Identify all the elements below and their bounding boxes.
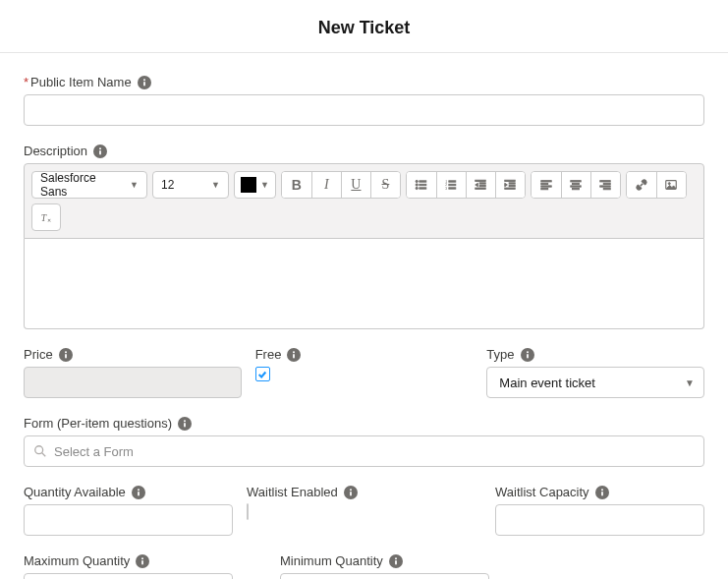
form-body: *Public Item Name Description Salesforce… [0,53,728,579]
maximum-quantity-input[interactable] [24,573,233,579]
svg-rect-30 [571,186,582,187]
field-label: Type [486,347,514,362]
field-label: Form (Per-item questions) [24,416,172,431]
info-icon[interactable] [521,348,534,362]
svg-rect-55 [601,492,603,496]
field-label: Minimum Quantity [280,553,383,568]
field-quantity-available: Quantity Available [24,485,233,536]
font-size-select[interactable]: 12 ▼ [152,171,229,199]
svg-rect-15 [449,188,456,189]
svg-rect-16 [476,180,486,181]
svg-point-48 [35,446,43,454]
svg-rect-20 [505,180,516,181]
svg-rect-24 [541,181,552,182]
strikethrough-button[interactable]: S [370,172,400,198]
align-group [531,171,621,199]
clear-formatting-button[interactable]: T✕ [31,203,61,231]
bullet-list-button[interactable] [407,172,436,198]
underline-button[interactable]: U [341,172,370,198]
chevron-down-icon: ▼ [130,180,139,190]
field-minimum-quantity: Minimum Quantity [280,553,489,579]
info-icon[interactable] [344,486,358,499]
svg-rect-31 [573,189,580,190]
form-lookup-input[interactable] [24,435,704,467]
svg-rect-25 [541,183,548,184]
search-icon [33,444,47,458]
svg-rect-35 [604,189,611,190]
public-item-name-input[interactable] [24,94,704,126]
svg-rect-7 [420,184,426,185]
minimum-quantity-input[interactable] [280,573,489,579]
svg-rect-33 [604,183,611,184]
field-label: Description [24,144,87,158]
svg-point-46 [184,420,186,422]
page-title: New Ticket [0,18,728,38]
type-select[interactable]: Main event ticket ▼ [486,367,704,398]
waitlist-capacity-input[interactable] [495,504,704,536]
rich-text-toolbar: Salesforce Sans ▼ 12 ▼ ▼ B I U S 123 [24,163,704,239]
field-maximum-quantity: Maximum Quantity [24,553,233,579]
svg-rect-19 [476,188,486,189]
font-family-select[interactable]: Salesforce Sans ▼ [31,171,147,199]
info-icon[interactable] [136,554,149,568]
info-icon[interactable] [389,554,403,568]
svg-point-40 [65,351,67,353]
svg-point-37 [669,183,671,185]
svg-rect-11 [449,181,456,182]
row-qty-waitlist: Quantity Available Waitlist Enabled Wait… [24,485,704,536]
info-icon[interactable] [178,417,192,431]
svg-point-4 [416,180,418,182]
color-swatch-icon [241,177,256,193]
svg-rect-23 [505,188,516,189]
info-icon[interactable] [132,486,145,499]
free-checkbox[interactable] [255,367,270,381]
quantity-available-input[interactable] [24,504,233,536]
info-icon[interactable] [595,486,609,499]
text-style-group: B I U S [281,171,401,199]
text-color-picker[interactable]: ▼ [234,171,276,199]
svg-rect-47 [184,423,186,428]
field-waitlist-capacity: Waitlist Capacity [495,485,704,536]
info-icon[interactable] [93,145,107,158]
svg-text:3: 3 [445,186,448,191]
svg-rect-22 [510,185,516,186]
svg-rect-29 [573,183,580,184]
price-input [24,367,242,398]
svg-point-56 [141,557,143,559]
info-icon[interactable] [287,348,301,362]
image-button[interactable] [656,172,686,198]
modal-header: New Ticket [0,0,728,53]
type-value: Main event ticket [499,376,595,390]
bold-button[interactable]: B [282,172,311,198]
italic-button[interactable]: I [311,172,341,198]
field-public-item-name: *Public Item Name [24,75,704,126]
svg-point-0 [143,79,145,81]
align-right-button[interactable] [590,172,620,198]
field-label: Waitlist Capacity [495,485,589,499]
svg-point-2 [99,147,101,149]
font-size-value: 12 [161,178,174,192]
svg-line-49 [42,453,46,457]
svg-rect-45 [527,354,529,359]
numbered-list-button[interactable]: 123 [436,172,466,198]
indent-button[interactable] [495,172,525,198]
required-indicator: * [24,75,28,89]
field-type: Type Main event ticket ▼ [486,347,704,398]
info-icon[interactable] [59,348,73,362]
svg-rect-3 [99,150,101,155]
align-left-button[interactable] [532,172,561,198]
waitlist-enabled-checkbox[interactable] [247,503,249,520]
svg-point-50 [138,489,140,491]
svg-rect-1 [143,82,145,87]
svg-rect-43 [294,354,296,359]
svg-point-52 [350,489,352,491]
font-family-value: Salesforce Sans [40,171,122,199]
svg-text:T: T [41,212,47,223]
field-label: Free [255,347,282,362]
link-button[interactable] [627,172,656,198]
description-editor[interactable] [24,239,704,329]
outdent-button[interactable] [466,172,495,198]
chevron-down-icon: ▼ [260,180,269,190]
align-center-button[interactable] [561,172,590,198]
info-icon[interactable] [138,76,151,89]
